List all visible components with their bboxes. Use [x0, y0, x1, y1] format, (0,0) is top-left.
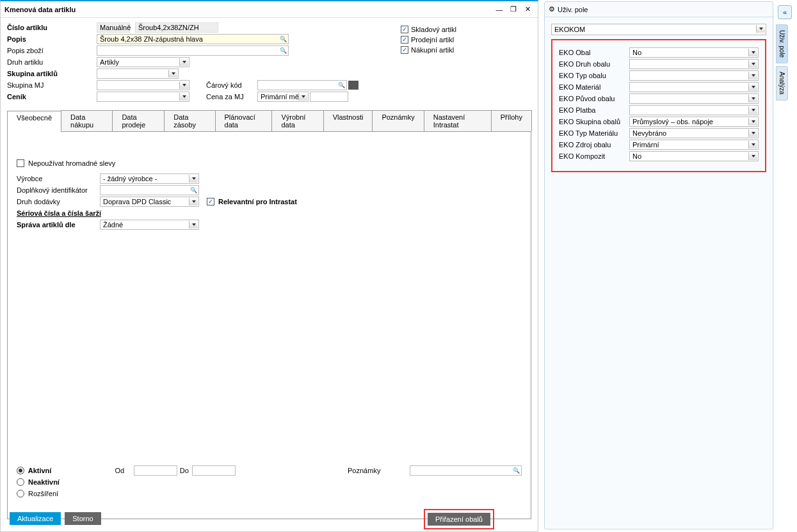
udf-category-select[interactable]: EKOKOM: [551, 24, 766, 35]
eko-kompozit-label: EKO Kompozit: [559, 152, 629, 160]
minimize-button[interactable]: —: [493, 4, 506, 15]
uom-group-select[interactable]: [97, 80, 189, 90]
tab-purchasing[interactable]: Data nákupu: [61, 110, 113, 131]
right-tab-analysis[interactable]: Analýza: [776, 66, 788, 101]
eko-typ-mat-select[interactable]: Nevybráno: [629, 128, 759, 138]
close-button[interactable]: ✕: [521, 4, 534, 15]
gear-icon: ⚙: [549, 5, 555, 13]
additional-id-input[interactable]: [100, 185, 199, 195]
title-bar[interactable]: Kmenová data artiklu — ❐ ✕: [1, 1, 538, 18]
tab-sales[interactable]: Data prodeje: [112, 110, 165, 131]
eko-kompozit-select[interactable]: No: [629, 151, 759, 161]
purchase-item-label: Nákupní artikl: [411, 46, 454, 54]
remarks-input[interactable]: [410, 465, 522, 476]
chevron-down-icon: [748, 83, 757, 91]
collapse-side-panel-button[interactable]: «: [778, 5, 792, 19]
inventory-item-checkbox[interactable]: [401, 26, 408, 33]
intrastat-relevant-checkbox[interactable]: [207, 198, 214, 206]
foreign-description-input[interactable]: [97, 45, 289, 56]
status-inactive-label: Neaktivní: [28, 478, 79, 486]
chevron-down-icon: [189, 221, 198, 229]
item-number-mode[interactable]: Manuálně: [97, 22, 130, 33]
assign-packaging-button[interactable]: Přiřazení obalů: [428, 513, 490, 526]
eko-platba-label: EKO Platba: [559, 106, 629, 114]
chevron-down-icon: [748, 129, 757, 137]
eko-typ-obalu-select[interactable]: [629, 70, 759, 81]
unit-price-label: Cena za MJ: [206, 93, 257, 101]
shipping-type-select[interactable]: Doprava DPD Classic: [100, 197, 199, 207]
eko-puvod-select[interactable]: [629, 93, 759, 104]
tab-content-general: Nepoužívat hromadné slevy Výrobce - žádn…: [7, 132, 531, 519]
chevron-down-icon: [168, 70, 177, 77]
window-title: Kmenová data artiklu: [4, 6, 492, 13]
manufacturer-label: Výrobce: [17, 175, 100, 182]
sales-item-checkbox[interactable]: [401, 36, 408, 44]
unit-price-input[interactable]: [310, 92, 348, 102]
tab-properties[interactable]: Vlastnosti: [323, 110, 373, 131]
restore-button[interactable]: ❐: [507, 4, 520, 15]
tab-planning[interactable]: Plánovací data: [215, 110, 273, 131]
barcode-input[interactable]: [257, 80, 347, 90]
tab-general[interactable]: Všeobecně: [7, 111, 61, 132]
tab-attachments[interactable]: Přílohy: [491, 110, 532, 131]
barcode-lookup-button[interactable]: [348, 81, 358, 90]
description-input[interactable]: Šroub 4,2x38 ZN-zápustná hlava: [97, 34, 289, 44]
item-group-label: Skupina artiklů: [7, 70, 97, 77]
tab-remarks[interactable]: Poznámky: [372, 110, 424, 131]
eko-typ-mat-label: EKO Typ Materiálu: [559, 129, 629, 137]
right-tab-user-fields[interactable]: Uživ. pole: [776, 24, 788, 63]
eko-obal-label: EKO Obal: [559, 49, 629, 56]
purchase-item-checkbox[interactable]: [401, 46, 408, 54]
chevron-down-icon: [179, 81, 188, 89]
chevron-down-icon: [756, 25, 765, 33]
barcode-label: Čárový kód: [206, 81, 257, 89]
chevron-down-icon: [748, 106, 757, 114]
uom-group-label: Skupina MJ: [7, 81, 97, 89]
from-date-input[interactable]: [134, 465, 177, 476]
status-active-radio[interactable]: [17, 467, 24, 474]
pricelist-select[interactable]: [97, 92, 189, 102]
assign-packaging-highlight: Přiřazení obalů: [424, 509, 494, 529]
inventory-item-label: Skladový artikl: [411, 26, 456, 33]
shipping-type-label: Druh dodávky: [17, 198, 100, 206]
eko-skupina-label: EKO Skupina obalů: [559, 118, 629, 125]
eko-material-label: EKO Materiál: [559, 83, 629, 91]
user-fields-title-bar[interactable]: ⚙ Uživ. pole: [545, 2, 773, 17]
chevron-down-icon: [189, 175, 198, 182]
eko-skupina-select[interactable]: Průmyslový – obs. nápoje: [629, 117, 759, 127]
manufacturer-select[interactable]: - žádný výrobce -: [100, 173, 199, 184]
tab-intrastat[interactable]: Nastavení Intrastat: [424, 110, 492, 131]
eko-platba-select[interactable]: [629, 105, 759, 115]
item-number-value[interactable]: Šroub4,2x38ZN/ZH: [135, 22, 218, 33]
status-advanced-label: Rozšíření: [28, 490, 79, 497]
eko-zdroj-select[interactable]: Primární: [629, 140, 759, 150]
eko-material-select[interactable]: [629, 82, 759, 92]
status-active-label: Aktivní: [28, 467, 78, 474]
item-group-select[interactable]: [97, 69, 179, 79]
ekokom-fields-highlight: EKO ObalNo EKO Druh obalu EKO Typ obalu …: [551, 39, 766, 172]
update-button[interactable]: Aktualizace: [10, 512, 61, 525]
eko-druh-select[interactable]: [629, 59, 759, 69]
chevron-down-icon: [748, 72, 757, 79]
description-label: Popis: [7, 35, 97, 43]
eko-druh-label: EKO Druh obalu: [559, 60, 629, 68]
sales-item-label: Prodejní artikl: [411, 36, 454, 44]
to-label: Do: [180, 467, 192, 474]
status-advanced-radio[interactable]: [17, 490, 24, 497]
tab-inventory[interactable]: Data zásoby: [164, 110, 215, 131]
eko-obal-select[interactable]: No: [629, 47, 759, 58]
remarks-label: Poznámky: [348, 467, 385, 474]
eko-puvod-label: EKO Původ obalu: [559, 95, 629, 102]
manage-by-select[interactable]: Žádné: [100, 220, 199, 230]
status-inactive-radio[interactable]: [17, 478, 24, 486]
user-fields-title: Uživ. pole: [558, 6, 588, 13]
unit-price-currency[interactable]: Primární měn: [257, 92, 309, 102]
from-label: Od: [115, 467, 134, 474]
item-type-select[interactable]: Artikly: [97, 57, 189, 67]
right-tab-strip: Uživ. pole Analýza: [776, 24, 794, 103]
to-date-input[interactable]: [192, 465, 236, 476]
tab-production[interactable]: Výrobní data: [271, 110, 323, 131]
tab-bar: Všeobecně Data nákupu Data prodeje Data …: [7, 110, 531, 132]
no-bulk-discounts-checkbox[interactable]: [17, 159, 24, 167]
cancel-button[interactable]: Storno: [65, 512, 101, 525]
